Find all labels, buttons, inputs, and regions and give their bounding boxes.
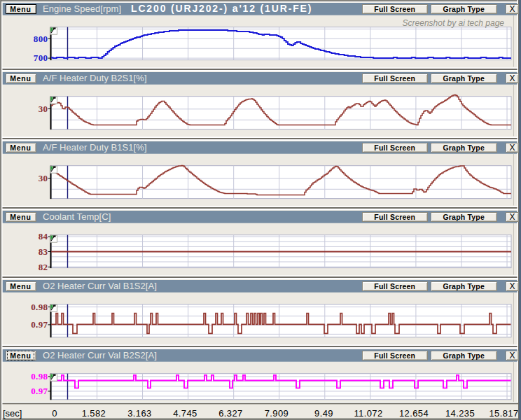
svg-text:0.98: 0.98 (31, 371, 48, 382)
svg-text:Screenshot by ai tech page: Screenshot by ai tech page (403, 18, 505, 28)
svg-text:82: 82 (39, 262, 48, 272)
svg-text:30: 30 (39, 104, 48, 114)
svg-text:0: 0 (52, 408, 57, 419)
svg-text:12.654: 12.654 (399, 408, 429, 419)
svg-text:0.97: 0.97 (31, 319, 48, 330)
svg-text:3.163: 3.163 (127, 408, 152, 419)
svg-text:1.582: 1.582 (82, 408, 106, 419)
svg-text:0.97: 0.97 (31, 386, 48, 396)
svg-text:700: 700 (34, 52, 48, 63)
svg-text:4.745: 4.745 (173, 408, 197, 419)
svg-text:9.49: 9.49 (314, 408, 333, 419)
svg-text:30: 30 (39, 173, 48, 183)
svg-text:84: 84 (39, 231, 48, 241)
svg-text:[sec]: [sec] (3, 408, 22, 419)
svg-text:14.235: 14.235 (445, 408, 475, 419)
svg-text:800: 800 (34, 34, 48, 44)
svg-text:83: 83 (39, 246, 48, 257)
svg-text:15.817: 15.817 (489, 408, 518, 419)
svg-text:0.98: 0.98 (31, 302, 48, 312)
svg-text:7.909: 7.909 (265, 408, 289, 419)
svg-text:11.072: 11.072 (354, 408, 382, 419)
svg-text:6.327: 6.327 (218, 408, 243, 419)
